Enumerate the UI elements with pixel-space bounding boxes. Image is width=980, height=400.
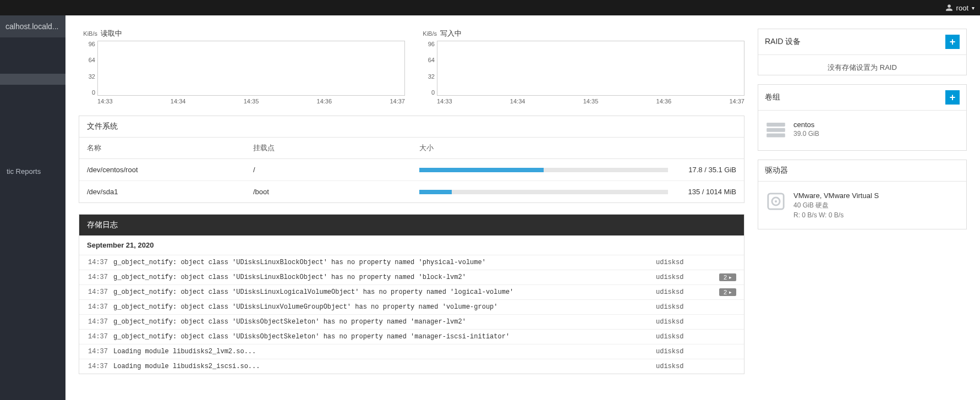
sidebar-item[interactable] xyxy=(0,74,65,85)
log-row[interactable]: 14:37Loading module libudisks2_iscsi.so.… xyxy=(79,359,744,374)
chart-xaxis: 14:3314:3414:3514:3614:37 xyxy=(97,98,405,105)
sidebar-item[interactable]: tic Reports xyxy=(0,162,65,181)
fs-col-mount: 挂载点 xyxy=(245,138,412,159)
drives-title: 驱动器 xyxy=(765,166,788,176)
vg-title: 卷组 xyxy=(765,92,780,102)
log-time: 14:37 xyxy=(87,348,113,355)
log-date: September 21, 2020 xyxy=(79,235,744,255)
log-count-badge[interactable]: 2 xyxy=(719,288,736,296)
sidebar-item[interactable] xyxy=(0,118,65,129)
log-time: 14:37 xyxy=(87,318,113,326)
chart-plot xyxy=(437,41,744,96)
log-service: udisksd xyxy=(656,273,705,281)
sidebar-item[interactable] xyxy=(0,85,65,96)
sidebar-item[interactable] xyxy=(0,52,65,63)
vg-header: 卷组 + xyxy=(758,85,966,111)
log-count-badge[interactable]: 2 xyxy=(719,273,736,281)
chart: KiB/s写入中966432014:3314:3414:3514:3614:37 xyxy=(418,29,744,105)
log-service: udisksd xyxy=(656,333,705,341)
sidebar-item[interactable] xyxy=(0,151,65,162)
fs-size-text: 17.8 / 35.1 GiB xyxy=(676,166,736,174)
user-menu[interactable]: root ▾ xyxy=(945,4,974,12)
vg-body: centos 39.0 GiB xyxy=(758,111,966,150)
log-row[interactable]: 14:37g_object_notify: object class 'UDis… xyxy=(79,255,744,270)
drives-body: VMware, VMware Virtual S 40 GiB 硬盘 R: 0 … xyxy=(758,182,966,229)
log-row[interactable]: 14:37g_object_notify: object class 'UDis… xyxy=(79,299,744,314)
chart-title: 读取中 xyxy=(101,29,122,39)
fs-size-cell: 135 / 1014 MiB xyxy=(412,181,744,203)
sidebar-item[interactable] xyxy=(0,41,65,52)
fs-name: /dev/sda1 xyxy=(79,181,245,203)
vg-name: centos xyxy=(793,120,819,129)
log-message: Loading module libudisks2_iscsi.so... xyxy=(113,363,656,370)
filesystems-title: 文件系统 xyxy=(87,122,118,131)
log-service: udisksd xyxy=(656,259,705,266)
fs-mount: /boot xyxy=(245,181,412,203)
sidebar-host[interactable]: calhost.locald... xyxy=(0,15,65,37)
log-service: udisksd xyxy=(656,318,705,326)
log-time: 14:37 xyxy=(87,303,113,311)
svg-point-5 xyxy=(775,200,777,202)
filesystems-panel: 文件系统 名称 挂载点 大小 /dev/centos/root/17.8 / 3… xyxy=(79,116,744,203)
top-bar: root ▾ xyxy=(0,0,980,15)
filesystem-row[interactable]: /dev/centos/root/17.8 / 35.1 GiB xyxy=(79,159,744,181)
raid-empty: 没有存储设置为 RAID xyxy=(758,55,966,75)
drive-name: VMware, VMware Virtual S xyxy=(793,191,879,200)
log-row[interactable]: 14:37g_object_notify: object class 'UDis… xyxy=(79,270,744,284)
svg-rect-0 xyxy=(767,123,785,127)
usage-bar xyxy=(419,168,668,172)
sidebar-item[interactable] xyxy=(0,96,65,107)
svg-rect-2 xyxy=(767,134,785,138)
sidebar-item[interactable] xyxy=(0,63,65,74)
filesystems-table: 名称 挂载点 大小 /dev/centos/root/17.8 / 35.1 G… xyxy=(79,138,744,202)
storage-logs-panel: 存储日志 September 21, 2020 14:37g_object_no… xyxy=(79,214,744,374)
right-column: RAID 设备 + 没有存储设置为 RAID 卷组 + centos 39.0 … xyxy=(758,29,967,229)
fs-col-name: 名称 xyxy=(79,138,245,159)
chevron-down-icon: ▾ xyxy=(972,5,974,11)
log-message: g_object_notify: object class 'UDisksLin… xyxy=(113,303,656,311)
vg-card: 卷组 + centos 39.0 GiB xyxy=(758,84,967,151)
chart-xaxis: 14:3314:3414:3514:3614:37 xyxy=(437,98,744,105)
log-service: udisksd xyxy=(656,288,705,296)
log-service: udisksd xyxy=(656,363,705,370)
vg-add-button[interactable]: + xyxy=(945,90,960,105)
vg-item[interactable]: centos 39.0 GiB xyxy=(766,117,959,144)
usage-bar xyxy=(419,190,668,194)
log-row[interactable]: 14:37g_object_notify: object class 'UDis… xyxy=(79,329,744,344)
log-message: Loading module libudisks2_lvm2.so... xyxy=(113,348,656,355)
drive-item[interactable]: VMware, VMware Virtual S 40 GiB 硬盘 R: 0 … xyxy=(766,188,959,222)
raid-card: RAID 设备 + 没有存储设置为 RAID xyxy=(758,29,967,75)
sidebar-nav: tic Reports xyxy=(0,41,65,181)
sidebar-item[interactable] xyxy=(0,129,65,140)
log-row[interactable]: 14:37Loading module libudisks2_lvm2.so..… xyxy=(79,344,744,359)
fs-name: /dev/centos/root xyxy=(79,159,245,181)
raid-header: RAID 设备 + xyxy=(758,29,966,55)
log-row[interactable]: 14:37g_object_notify: object class 'UDis… xyxy=(79,314,744,329)
vg-text: centos 39.0 GiB xyxy=(793,120,819,139)
drives-card: 驱动器 VMware, VMware Virtual S 40 GiB 硬盘 R… xyxy=(758,160,967,229)
drive-rw: R: 0 B/s W: 0 B/s xyxy=(793,211,879,219)
filesystem-row[interactable]: /dev/sda1/boot135 / 1014 MiB xyxy=(79,181,744,203)
sidebar: calhost.locald... tic Reports xyxy=(0,15,65,400)
log-message: g_object_notify: object class 'UDisksLin… xyxy=(113,288,656,296)
filesystems-header: 文件系统 xyxy=(79,116,744,138)
fs-col-size: 大小 xyxy=(412,138,744,159)
user-name: root xyxy=(956,4,968,12)
log-service: udisksd xyxy=(656,348,705,355)
log-row[interactable]: 14:37g_object_notify: object class 'UDis… xyxy=(79,284,744,299)
log-message: g_object_notify: object class 'UDisksLin… xyxy=(113,273,656,281)
charts-row: KiB/s读取中966432014:3314:3414:3514:3614:37… xyxy=(79,29,744,105)
vg-size: 39.0 GiB xyxy=(793,130,819,138)
raid-add-button[interactable]: + xyxy=(945,35,960,49)
log-message: g_object_notify: object class 'UDisksObj… xyxy=(113,333,656,341)
sidebar-item[interactable] xyxy=(0,140,65,151)
log-time: 14:37 xyxy=(87,288,113,296)
log-time: 14:37 xyxy=(87,333,113,341)
vg-icon xyxy=(766,120,786,140)
sidebar-item[interactable] xyxy=(0,107,65,118)
chart-yaxis: 9664320 xyxy=(79,41,97,96)
drive-text: VMware, VMware Virtual S 40 GiB 硬盘 R: 0 … xyxy=(793,191,879,219)
log-message: g_object_notify: object class 'UDisksObj… xyxy=(113,318,656,326)
log-body: 14:37g_object_notify: object class 'UDis… xyxy=(79,255,744,374)
raid-title: RAID 设备 xyxy=(765,37,801,47)
